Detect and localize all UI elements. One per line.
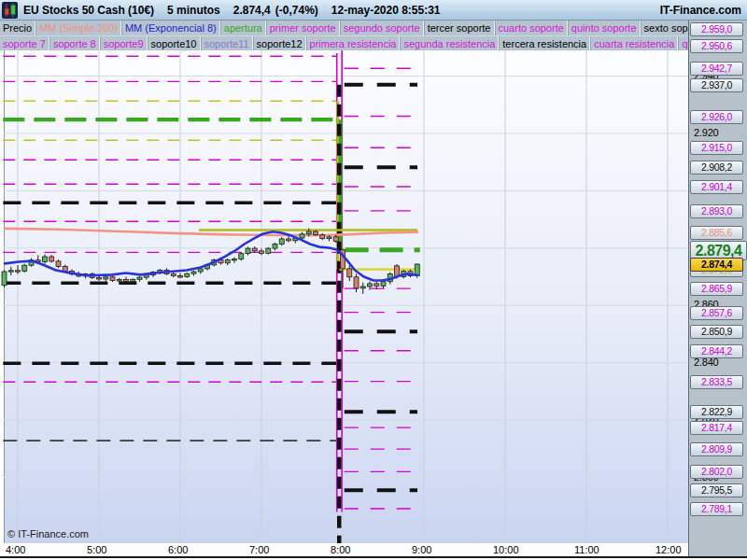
legend-item-primer-soporte[interactable]: primer soporte <box>266 21 340 35</box>
timeframe-label: 5 minutos <box>167 4 220 17</box>
price-label-2-817-4: 2.817,4 <box>690 421 743 435</box>
price-label-2-844-2: 2.844,2 <box>690 344 743 358</box>
legend-item-mm-simple-200[interactable]: MM (Simple 200) <box>35 21 121 35</box>
price-label-2-942-7: 2.942,7 <box>690 62 743 76</box>
x-axis-tick-7-00: 7:00 <box>249 544 269 555</box>
price-label-2-789-1: 2.789,1 <box>690 502 743 516</box>
legend-item-soporte12[interactable]: soporte12 <box>253 36 306 50</box>
price-label-2-885-6: 2.885,6 <box>690 226 743 240</box>
candlestick-icon <box>2 2 18 19</box>
bottom-border <box>0 556 747 558</box>
x-axis-tick-8-00: 8:00 <box>331 544 350 555</box>
header-bar: EU Stocks 50 Cash (10€) 5 minutos 2.874,… <box>0 0 747 21</box>
time-axis[interactable]: 4:005:006:007:008:009:0010:0011:0012:00 <box>0 543 688 556</box>
price-label-2-865-9: 2.865,9 <box>690 282 743 296</box>
legend-item-cuarto-soporte[interactable]: cuarto soporte <box>495 21 568 35</box>
price-label-2-915-0: 2.915,0 <box>690 141 743 155</box>
price-label-2-937-0: 2.937,0 <box>690 78 743 92</box>
legend-item-primera-resistencia[interactable]: primera resistencia <box>306 36 401 50</box>
legend-item-mm-exponencial-8[interactable]: MM (Exponencial 8) <box>121 21 220 35</box>
legend-item-quinto-soporte[interactable]: quinto soporte <box>568 21 641 35</box>
x-axis-tick-11-00: 11:00 <box>574 544 599 555</box>
header-last-price: 2.874,4 <box>233 4 271 17</box>
price-label-2-833-5: 2.833,5 <box>690 375 743 389</box>
legend-row-2: soporte 7soporte 8soporte9soporte10sopor… <box>0 35 688 50</box>
copyright-label: © IT-Finance.com <box>7 528 89 539</box>
price-label-2-893-0: 2.893,0 <box>690 204 743 218</box>
legend-item-apertura[interactable]: apertura <box>220 21 266 35</box>
x-axis-tick-12-00: 12:00 <box>655 544 682 555</box>
legend-item-precio[interactable]: Precio <box>0 21 35 35</box>
legend-item-soporte11[interactable]: soporte11 <box>201 36 253 50</box>
price-chart-plot[interactable] <box>0 50 688 543</box>
x-axis-tick-4-00: 4:00 <box>6 544 25 555</box>
price-label-2-850-9: 2.850,9 <box>690 325 743 339</box>
price-label-2-950-6: 2.950,6 <box>690 39 743 53</box>
legend-item-tercera-resistencia[interactable]: tercera resistencia <box>499 36 590 50</box>
price-label-2-901-4: 2.901,4 <box>690 180 743 194</box>
price-label-2-795-5: 2.795,5 <box>690 483 743 497</box>
legend-row-1: PrecioMM (Simple 200)MM (Exponencial 8)a… <box>0 21 688 35</box>
price-axis[interactable]: 2.9402.9202.9002.8802.8602.8402.8202.800… <box>688 21 747 556</box>
instrument-title: EU Stocks 50 Cash (10€) <box>23 4 154 17</box>
x-axis-tick-5-00: 5:00 <box>87 544 106 555</box>
x-axis-tick-10-00: 10:00 <box>493 544 519 555</box>
legend-item-soporte9[interactable]: soporte9 <box>100 36 148 50</box>
x-axis-tick-9-00: 9:00 <box>412 544 431 555</box>
price-label-2-809-9: 2.809,9 <box>690 442 743 456</box>
legend-item-segundo-soporte[interactable]: segundo soporte <box>340 21 424 35</box>
price-label-2-874-4: 2.874,4 <box>690 258 743 272</box>
legend-item-soporte-8[interactable]: soporte 8 <box>49 36 100 50</box>
legend-item-segunda-resistencia[interactable]: segunda resistencia <box>400 36 499 50</box>
price-label-2-959-0: 2.959,0 <box>690 22 743 36</box>
price-label-2-857-6: 2.857,6 <box>690 306 743 320</box>
y-axis-tick-2-920: 2.920 <box>694 127 719 138</box>
price-label-2-822-9: 2.822,9 <box>690 405 743 419</box>
legend-item-soporte10[interactable]: soporte10 <box>148 36 201 50</box>
legend-item-cuarta-resistencia[interactable]: cuarta resistencia <box>590 36 678 50</box>
legend-item-quinta-resistencia[interactable]: quinta resistencia <box>678 36 688 50</box>
legend-item-tercer-soporte[interactable]: tercer soporte <box>424 21 495 35</box>
legend-item-sexto-soporte[interactable]: sexto soporte <box>641 21 688 35</box>
price-label-2-926-0: 2.926,0 <box>690 110 743 124</box>
brand-logo: IT-Finance.com <box>660 4 741 17</box>
header-change-percent: (-0,74%) <box>275 4 318 17</box>
price-label-2-908-2: 2.908,2 <box>690 161 743 175</box>
legend-item-soporte-7[interactable]: soporte 7 <box>0 36 49 50</box>
trading-chart-app: EU Stocks 50 Cash (10€) 5 minutos 2.874,… <box>0 0 747 560</box>
x-axis-tick-6-00: 6:00 <box>168 544 188 555</box>
header-datetime: 12-may-2020 8:55:31 <box>331 4 441 17</box>
price-label-2-802-0: 2.802,0 <box>690 465 743 479</box>
